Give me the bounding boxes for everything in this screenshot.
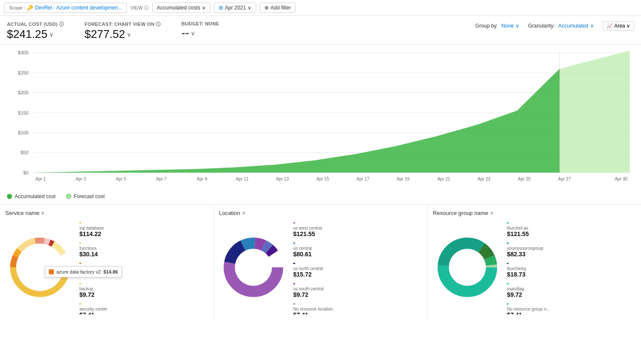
resource-group-chevron-icon: ∨ (490, 210, 493, 216)
resource-data: iburchel-as $121.55 yourresourcegroup $8… (505, 220, 636, 314)
svg-marker-15 (33, 68, 559, 172)
add-filter-label: Add filter (270, 5, 291, 11)
forecast-metric: FORECAST: CHART VIEW ON ⓘ $277.52 ∨ (85, 21, 161, 41)
svg-point-41 (21, 249, 58, 286)
view-name-label: Accumulated costs (157, 5, 201, 11)
location-data-item-3: us south central $9.72 (293, 280, 422, 298)
accumulated-label: Accumulated cost (15, 193, 56, 199)
service-data-item-3: backup $9.72 (79, 280, 208, 298)
forecast-dot (66, 194, 71, 199)
service-bar-4 (79, 303, 81, 305)
resource-value-3: $9.72 (507, 291, 636, 298)
chevron-down-icon: ∨ (202, 5, 206, 11)
chevron-down-icon3: ∨ (515, 23, 519, 29)
chart-type-button[interactable]: 📈 Area ∨ (603, 21, 634, 31)
svg-text:$200: $200 (18, 90, 29, 95)
location-donut-wrap (219, 220, 288, 314)
resource-bar-3 (507, 283, 509, 284)
service-data-item-1: functions $30.14 (79, 240, 208, 258)
svg-text:$150: $150 (18, 110, 29, 115)
view-label: VIEW ⓘ (130, 5, 148, 11)
svg-text:Apr 13: Apr 13 (276, 177, 289, 181)
service-label-2: azure data factory v2 (79, 266, 208, 271)
granularity-button[interactable]: Accumulated ∨ (556, 23, 595, 29)
toolbar: Scope : 🔑 DevRel - Azure content develop… (0, 0, 641, 16)
accumulated-dot (7, 194, 12, 199)
add-filter-button[interactable]: ⊕ Add filter (260, 3, 295, 13)
svg-marker-14 (560, 50, 630, 173)
svg-text:$250: $250 (18, 70, 29, 75)
chevron-down-icon4: ∨ (590, 23, 594, 29)
svg-text:Apr 30: Apr 30 (615, 177, 628, 181)
chart-controls: Group by: None ∨ Granularity: Accumulate… (475, 21, 634, 31)
scope-icon: 🔑 (27, 5, 33, 11)
forecast-label: FORECAST: CHART VIEW ON ⓘ (85, 21, 161, 28)
view-button[interactable]: Accumulated costs ∨ (152, 3, 211, 13)
svg-text:Apr 5: Apr 5 (116, 177, 126, 181)
location-bar-0 (293, 222, 295, 224)
resource-value-1: $82.33 (507, 251, 636, 258)
group-by-label: Group by: (475, 23, 498, 29)
location-data-item-0: us west central $121.55 (293, 220, 422, 237)
resource-label-2: iburcheirg (507, 266, 636, 271)
service-data-item-4: security center $7.41 (79, 301, 208, 314)
budget-chevron[interactable]: ∨ (191, 30, 195, 37)
budget-metric: BUDGET: NONE -- ∨ (182, 21, 219, 40)
location-value-0: $121.55 (293, 230, 422, 237)
service-value-1: $30.14 (79, 251, 208, 258)
location-label-2: us north central (293, 266, 422, 271)
actual-cost-chevron[interactable]: ∨ (49, 31, 53, 38)
svg-text:$50: $50 (21, 150, 28, 155)
svg-text:Apr 3: Apr 3 (76, 177, 86, 181)
location-bar-4 (293, 303, 295, 305)
group-by-button[interactable]: None ∨ (500, 23, 522, 29)
scope-button[interactable]: Scope : 🔑 DevRel - Azure content develop… (4, 3, 127, 13)
budget-label: BUDGET: NONE (182, 21, 219, 26)
location-value-3: $9.72 (293, 291, 422, 298)
chevron-down-icon5: ∨ (626, 23, 630, 29)
location-bar-2 (293, 263, 295, 264)
location-title: Location (219, 210, 240, 216)
location-value-2: $15.72 (293, 271, 422, 278)
service-label-3: backup (79, 286, 208, 291)
svg-text:$100: $100 (18, 130, 29, 135)
resource-label-0: iburchel-as (507, 226, 636, 230)
date-button[interactable]: ⊞ Apr 2021 ∨ (214, 3, 256, 13)
resource-data-item-2: iburcheirg $18.73 (507, 260, 636, 278)
service-value-3: $9.72 (79, 291, 208, 298)
service-name-header[interactable]: Service name ∨ (5, 210, 208, 216)
granularity-control: Granularity: Accumulated ∨ (528, 23, 595, 29)
chart-container: $300 $250 $200 $150 $100 $50 $0 Apr 1 Ap… (0, 45, 641, 204)
forecast-chevron[interactable]: ∨ (127, 31, 131, 38)
svg-text:Apr 25: Apr 25 (518, 177, 531, 181)
resource-bar-2 (507, 263, 509, 264)
service-label-1: functions (79, 246, 208, 251)
location-chevron-icon: ∨ (242, 210, 245, 216)
location-bar-1 (293, 243, 295, 244)
date-label: Apr 2021 (225, 5, 246, 11)
svg-text:Apr 15: Apr 15 (316, 177, 329, 181)
resource-group-header[interactable]: Resource group name ∨ (433, 210, 636, 216)
service-value-4: $7.41 (79, 311, 208, 314)
location-label-0: us west central (293, 226, 422, 230)
chart-legend: Accumulated cost Forecast cost (7, 192, 634, 201)
scope-prefix-label: Scope : (9, 5, 25, 10)
forecast-value: $277.52 ∨ (85, 28, 161, 41)
service-value-2: $14.86 (79, 271, 208, 278)
metrics-row: ACTUAL COST (USD) ⓘ $241.25 ∨ FORECAST: … (0, 16, 641, 45)
svg-text:Apr 1: Apr 1 (35, 177, 46, 181)
chevron-down-icon2: ∨ (248, 5, 251, 11)
service-data: sql database $114.22 functions $30.14 az… (78, 220, 208, 314)
svg-text:Apr 19: Apr 19 (397, 177, 410, 181)
resource-group-content: iburchel-as $121.55 yourresourcegroup $8… (433, 220, 636, 314)
location-header[interactable]: Location ∨ (219, 210, 422, 216)
resource-donut-chart (434, 234, 501, 301)
service-label-4: security center (79, 307, 208, 311)
legend-forecast: Forecast cost (66, 193, 105, 199)
granularity-label: Granularity: (528, 23, 555, 29)
location-value-4: $7.41 (293, 311, 422, 314)
actual-cost-metric: ACTUAL COST (USD) ⓘ $241.25 ∨ (7, 21, 64, 41)
location-data-item-1: us central $80.61 (293, 240, 422, 258)
resource-group-title: Resource group name (433, 210, 488, 216)
resource-value-2: $18.73 (507, 271, 636, 278)
